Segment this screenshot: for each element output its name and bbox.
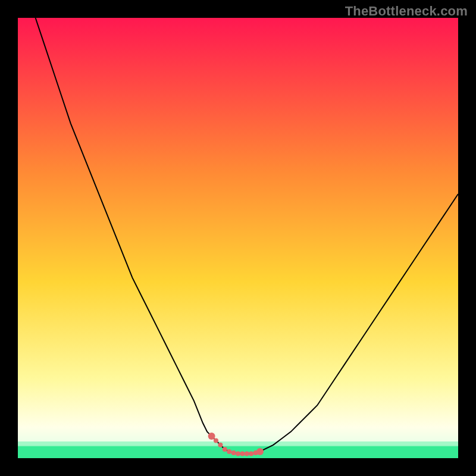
watermark-text: TheBottleneck.com — [345, 4, 468, 19]
flat-dot — [214, 438, 218, 443]
flat-dot — [236, 452, 240, 456]
flat-dot — [223, 447, 227, 452]
gradient-background — [18, 18, 458, 458]
flat-dot — [227, 449, 231, 454]
flat-dot — [240, 452, 245, 456]
flat-dot — [218, 443, 223, 447]
flat-dot — [231, 450, 236, 455]
plot-area — [18, 18, 458, 458]
flat-dot — [245, 452, 249, 456]
flat-dot — [249, 452, 253, 456]
flat-dot — [208, 433, 215, 440]
flat-dot — [256, 448, 264, 455]
green-band-highlight — [18, 441, 458, 446]
chart-frame: TheBottleneck.com — [0, 0, 476, 476]
bottleneck-chart — [18, 18, 458, 458]
